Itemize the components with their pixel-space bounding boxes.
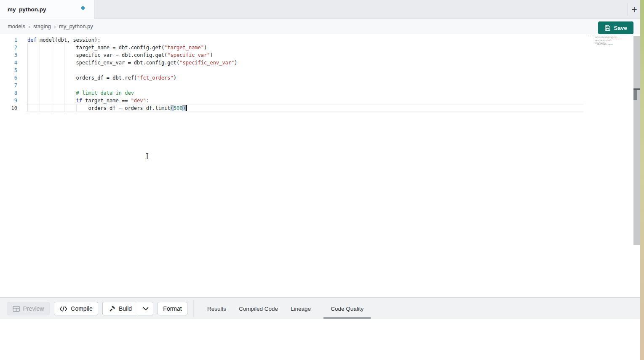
format-button[interactable]: Format: [158, 302, 187, 315]
tab-results-label: Results: [207, 306, 226, 312]
tab-results[interactable]: Results: [207, 298, 226, 320]
tab-lineage-label: Lineage: [291, 306, 311, 312]
breadcrumb-item-models[interactable]: models: [8, 23, 25, 29]
chevron-right-icon: ›: [51, 23, 59, 29]
breadcrumb-item-file[interactable]: my_python.py: [59, 23, 93, 29]
preview-button-label: Preview: [23, 305, 44, 312]
file-tab-my-python[interactable]: my_python.py: [0, 0, 95, 19]
line-number: 9: [0, 97, 17, 104]
text-caret: [186, 105, 187, 111]
chevron-down-icon: [143, 307, 149, 311]
bottom-toolbar: Preview Compile Build: [0, 297, 640, 319]
line-number: 7: [0, 82, 17, 89]
line-number: 8: [0, 89, 17, 97]
unsaved-changes-dot-icon: [81, 6, 85, 10]
code-editor[interactable]: 1def model(dbt, session):2 target_name =…: [0, 34, 640, 297]
code-line[interactable]: 2 target_name = dbt.config.get("target_n…: [0, 44, 238, 51]
new-tab-button[interactable]: +: [628, 3, 640, 15]
save-button[interactable]: Save: [598, 21, 633, 34]
code-quality-panel: [0, 319, 640, 360]
line-number: 10: [0, 104, 17, 112]
code-line[interactable]: 4 specific_env_var = dbt.config.get("spe…: [0, 59, 238, 67]
build-button[interactable]: Build: [102, 302, 138, 315]
code-line[interactable]: 6 orders_df = dbt.ref("fct_orders"): [0, 74, 238, 82]
line-number: 5: [0, 67, 17, 74]
tab-compiled-code-label: Compiled Code: [239, 306, 278, 312]
code-line[interactable]: 8 # limit data in dev: [0, 89, 238, 97]
tab-lineage[interactable]: Lineage: [291, 298, 311, 320]
build-button-label: Build: [119, 305, 132, 312]
line-number: 3: [0, 51, 17, 59]
line-number: 2: [0, 44, 17, 51]
file-tab-bar: my_python.py +: [0, 0, 640, 19]
file-tab-label: my_python.py: [8, 6, 46, 13]
code-lines[interactable]: 1def model(dbt, session):2 target_name =…: [0, 36, 238, 112]
panel-tabs: Results Compiled Code Lineage Code Quali…: [207, 298, 371, 320]
code-line[interactable]: 3 specific_var = dbt.config.get("specifi…: [0, 51, 238, 59]
floppy-disk-icon: [604, 25, 611, 31]
desktop-background-edge: [640, 0, 644, 360]
line-number: 1: [0, 36, 17, 44]
build-split-button: Build: [102, 302, 153, 315]
editor-scrollbar[interactable]: [633, 36, 640, 245]
active-tab-underline: [323, 317, 371, 319]
breadcrumb-item-staging[interactable]: staging: [33, 23, 51, 29]
code-line[interactable]: 7: [0, 82, 238, 89]
table-grid-icon: [13, 306, 20, 312]
breadcrumb: models › staging › my_python.py: [0, 19, 640, 34]
line-number: 4: [0, 59, 17, 67]
preview-button[interactable]: Preview: [7, 302, 50, 315]
tab-code-quality-label: Code Quality: [331, 306, 363, 312]
code-line[interactable]: 10 orders_df = orders_df.limit(500): [0, 104, 238, 112]
code-line[interactable]: 1def model(dbt, session):: [0, 36, 238, 44]
line-number: 6: [0, 74, 17, 82]
minimap[interactable]: def model(dbt, session): target_name = d…: [587, 35, 627, 45]
code-brackets-icon: [59, 306, 67, 312]
build-dropdown-button[interactable]: [138, 302, 153, 315]
scrollbar-thumb[interactable]: [633, 90, 637, 100]
code-line[interactable]: 5: [0, 67, 238, 74]
code-line[interactable]: 9 if target_name == "dev":: [0, 97, 238, 104]
tab-code-quality[interactable]: Code Quality: [323, 298, 371, 320]
hammer-icon: [109, 305, 115, 312]
ide-window: my_python.py + models › staging › my_pyt…: [0, 0, 644, 360]
compile-button-label: Compile: [71, 305, 92, 312]
format-button-label: Format: [163, 305, 182, 312]
chevron-right-icon: ›: [25, 23, 33, 29]
compile-button[interactable]: Compile: [54, 302, 98, 315]
save-button-label: Save: [614, 25, 627, 31]
toolbar-divider: [193, 300, 194, 317]
tab-bar-divider: [628, 3, 628, 16]
tab-compiled-code[interactable]: Compiled Code: [239, 298, 278, 320]
